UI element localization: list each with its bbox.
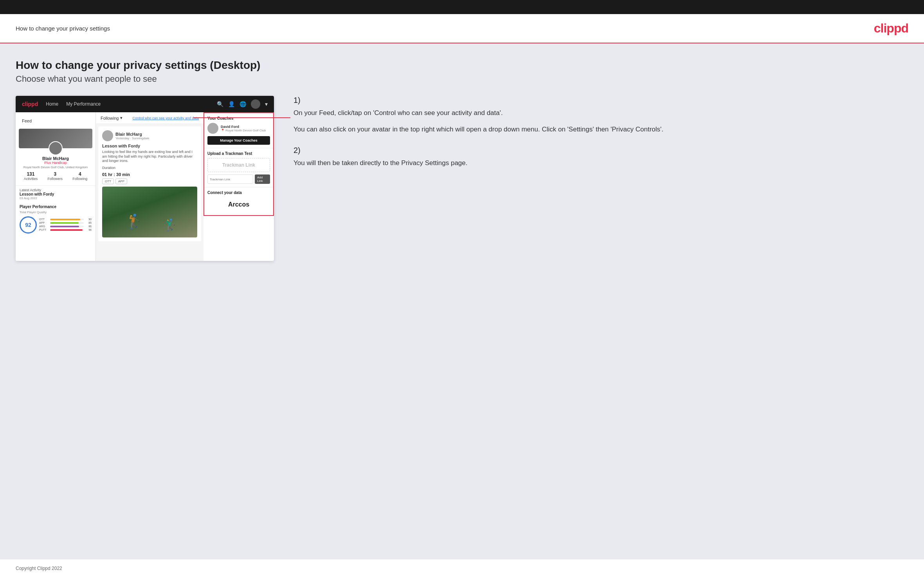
clippd-logo: clippd: [874, 21, 908, 36]
score-circle: 92: [20, 216, 37, 234]
profile-name: Blair McHarg: [19, 156, 92, 161]
right-panel-wrapper: Your Coaches David Ford 📍 Royal North De…: [204, 112, 274, 261]
tag-ott: OTT: [102, 178, 114, 184]
copyright: Copyright Clippd 2022: [16, 566, 62, 571]
stat-activities: 131 Activities: [24, 171, 38, 181]
profile-club: Royal North Devon Golf Club, United King…: [19, 165, 92, 169]
stat-followers: 3 Followers: [47, 171, 63, 181]
instruction-step-1: 1) On your Feed, click/tap on 'Control w…: [294, 96, 904, 134]
control-link[interactable]: Control who can see your activity and da…: [132, 116, 199, 120]
instructions-panel: 1) On your Feed, click/tap on 'Control w…: [290, 96, 908, 180]
connect-title: Connect your data: [207, 191, 270, 195]
step-2-text: You will then be taken directly to the P…: [294, 158, 904, 168]
app-screenshot-wrapper: clippd Home My Performance 🔍 👤 🌐 ▾: [16, 96, 274, 261]
post-duration: Duration: [102, 166, 197, 170]
tag-app: APP: [115, 178, 127, 184]
coach-avatar: [207, 123, 218, 134]
app-body: Feed Blair McHarg Plus Handicap Royal No…: [16, 112, 274, 261]
main-content: How to change your privacy settings (Des…: [0, 43, 924, 559]
golfer-silhouette-right: 🏌‍♂️: [163, 218, 178, 232]
trackman-title: Upload a Trackman Test: [207, 151, 270, 156]
header-title: How to change your privacy settings: [16, 25, 110, 32]
app-nav: clippd Home My Performance 🔍 👤 🌐 ▾: [16, 96, 274, 112]
profile-handicap: Plus Handicap: [19, 161, 92, 165]
trackman-section: Upload a Trackman Test Trackman Link Add…: [204, 148, 273, 187]
post-title: Lesson with Fordy: [102, 144, 197, 148]
coaches-section: Your Coaches David Ford 📍 Royal North De…: [204, 113, 273, 148]
post-header: Blair McHarg Yesterday · Sunningdale: [102, 130, 197, 141]
trackman-placeholder: Trackman Link: [207, 158, 270, 172]
profile-avatar: [49, 141, 63, 155]
profile-stats: 131 Activities 3 Followers 4 Following: [19, 171, 92, 181]
post-body: Looking to feel like my hands are exitin…: [102, 150, 197, 164]
bar-arg: ARG 86: [39, 225, 92, 228]
profile-card: Blair McHarg Plus Handicap Royal North D…: [16, 126, 95, 186]
following-button[interactable]: Following ▾: [101, 115, 122, 120]
bar-putt: PUTT 96: [39, 228, 92, 231]
annotation-container: Following ▾ Control who can see your act…: [96, 112, 204, 124]
latest-activity: Latest Activity Lesson with Fordy 03 Aug…: [16, 186, 95, 202]
app-right-panel: Your Coaches David Ford 📍 Royal North De…: [204, 112, 274, 216]
feed-tab[interactable]: Feed: [16, 116, 95, 126]
content-layout: clippd Home My Performance 🔍 👤 🌐 ▾: [16, 96, 908, 261]
quality-bars: OTT 90 APP 85: [39, 218, 92, 232]
app-sidebar: Feed Blair McHarg Plus Handicap Royal No…: [16, 112, 96, 261]
stat-following: 4 Following: [72, 171, 87, 181]
instruction-step-2: 2) You will then be taken directly to th…: [294, 146, 904, 168]
trackman-input[interactable]: [207, 174, 253, 184]
app-nav-performance: My Performance: [66, 101, 101, 107]
add-link-button[interactable]: Add Link: [255, 174, 270, 184]
player-performance: Player Performance Total Player Quality …: [16, 202, 95, 236]
nav-avatar[interactable]: [251, 99, 260, 109]
trackman-input-row: Add Link: [207, 174, 270, 184]
bar-app: APP 85: [39, 221, 92, 224]
step-1-subtext: You can also click on your avatar in the…: [294, 124, 904, 135]
step-1-number: 1): [294, 96, 904, 105]
quality-row: 92 OTT 90 APP: [20, 216, 92, 234]
bar-ott: OTT 90: [39, 218, 92, 221]
manage-coaches-button[interactable]: Manage Your Coaches: [207, 136, 270, 145]
post-avatar: [102, 130, 113, 141]
step-2-number: 2): [294, 146, 904, 155]
post-card: Blair McHarg Yesterday · Sunningdale Les…: [98, 126, 201, 241]
search-icon: 🔍: [217, 101, 223, 107]
page-heading: How to change your privacy settings (Des…: [16, 59, 908, 72]
step-1-text: On your Feed, click/tap on 'Control who …: [294, 108, 904, 118]
golfer-silhouette-left: 🏌: [126, 213, 143, 230]
app-logo: clippd: [22, 101, 38, 107]
app-nav-home: Home: [46, 101, 58, 107]
top-bar: [0, 0, 924, 14]
header: How to change your privacy settings clip…: [0, 14, 924, 43]
globe-icon: 🌐: [240, 101, 246, 107]
page-subheading: Choose what you want people to see: [16, 74, 908, 84]
coach-row: David Ford 📍 Royal North Devon Golf Club: [207, 123, 270, 134]
arccos-brand: Arccos: [207, 197, 270, 212]
feed-header: Following ▾ Control who can see your act…: [96, 112, 204, 124]
profile-banner: [19, 129, 92, 148]
post-image: 🏌 🏌‍♂️: [102, 187, 197, 237]
app-screenshot: clippd Home My Performance 🔍 👤 🌐 ▾: [16, 96, 274, 261]
footer: Copyright Clippd 2022: [0, 559, 924, 577]
user-icon: 👤: [228, 101, 235, 107]
app-main: Following ▾ Control who can see your act…: [96, 112, 204, 261]
chevron-down-icon: ▾: [265, 101, 268, 107]
app-nav-right: 🔍 👤 🌐 ▾: [217, 99, 268, 109]
coaches-title: Your Coaches: [207, 116, 270, 120]
connect-section: Connect your data Arccos: [204, 187, 273, 215]
post-tags: OTT APP: [102, 178, 197, 184]
